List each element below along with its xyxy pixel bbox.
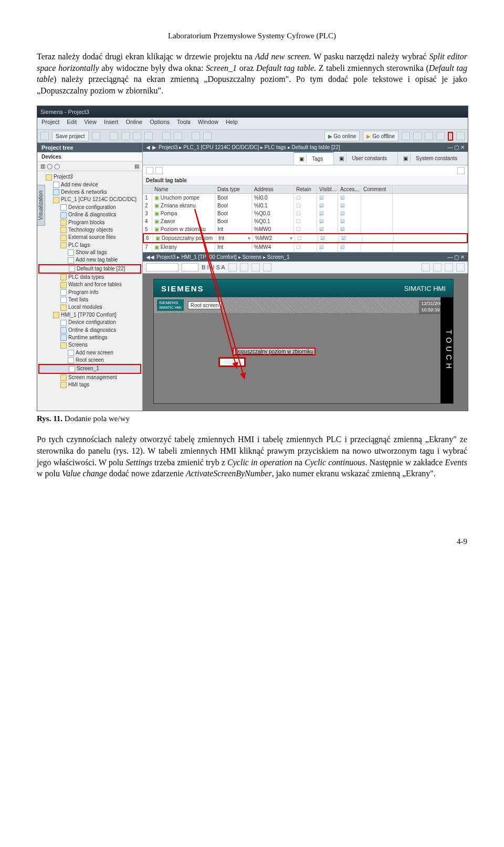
tree-node[interactable]: Technology objects [38, 226, 141, 234]
paste-icon[interactable] [133, 132, 141, 140]
menu-edit[interactable]: Edit [67, 119, 77, 128]
tag-table-toolbar[interactable] [143, 165, 468, 176]
toolbar-icon[interactable] [155, 167, 163, 174]
font-select[interactable] [146, 263, 178, 271]
screen-editor-toolbar[interactable]: B I U S A [143, 262, 468, 274]
window-controls[interactable]: — ▢ ✕ [447, 144, 465, 150]
size-select[interactable] [182, 263, 198, 271]
tree-node[interactable]: Program blocks [38, 219, 141, 226]
tree-node[interactable]: Add new tag table [38, 256, 141, 264]
root-screen-field[interactable]: Root screen [188, 301, 222, 309]
toolbar[interactable]: Save project ▶Go online ▶Go offline [37, 130, 468, 143]
tag-view-tabs[interactable]: ▣ Tags ▣ User constants ▣ System constan… [143, 152, 468, 165]
tree-node[interactable]: Program info [38, 289, 141, 296]
upload-icon[interactable] [203, 132, 212, 140]
tab-user-constants[interactable]: ▣ User constants [333, 152, 397, 165]
go-offline-button[interactable]: ▶Go offline [363, 131, 398, 141]
tree-node[interactable]: Text lists [38, 296, 141, 304]
toolbar-icon[interactable] [436, 132, 445, 140]
format-buttons[interactable]: B I U S A [202, 264, 225, 270]
tree-node[interactable]: PLC data types [38, 274, 141, 281]
align-left-icon[interactable] [228, 263, 237, 271]
cut-icon[interactable] [110, 132, 118, 140]
io-field-label[interactable]: Dopuszczalny poziom w zbiorniku [233, 348, 316, 355]
menu-options[interactable]: Options [150, 119, 170, 128]
toolbar-icon[interactable] [445, 263, 453, 271]
tree-node[interactable]: Local modules [38, 304, 141, 311]
tree-node[interactable]: Screen_1 [38, 364, 141, 373]
tree-node[interactable]: PLC tags [38, 242, 141, 249]
tree-node[interactable]: HMI tags [38, 381, 141, 389]
menu-tools[interactable]: Tools [177, 119, 191, 128]
tree-node[interactable]: Root screen [38, 357, 141, 364]
menu-insert[interactable]: Insert [104, 119, 119, 128]
menu-online[interactable]: Online [125, 119, 142, 128]
table-row[interactable]: 2▣ Zmiana ekranuBool%I0.1 [143, 202, 468, 210]
table-row[interactable]: 5▣ Poziom w zbiornikuInt%MW0 [143, 225, 468, 233]
menu-window[interactable]: Window [198, 119, 218, 128]
table-row[interactable]: 1▣ Uruchom pompeBool%I0.0 [143, 194, 468, 202]
toolbar-icon[interactable] [146, 167, 153, 174]
go-online-button[interactable]: ▶Go online [324, 131, 360, 141]
tree-node[interactable]: Devices & networks [38, 189, 141, 196]
tree-toolbar[interactable]: ▥ ◯ ◯▤ [37, 162, 142, 171]
tree-node[interactable]: Online & diagnostics [38, 211, 141, 218]
toolbar-icon[interactable] [413, 132, 422, 140]
hmi-canvas[interactable]: SIEMENS SIMATIC HMI SIEMENSSIMATIC HMI R… [143, 274, 468, 411]
tree-node[interactable]: Show all tags [38, 249, 141, 256]
print-icon[interactable] [92, 132, 100, 140]
tree-node[interactable]: PLC_1 [CPU 1214C DC/DC/DC] [38, 196, 141, 203]
table-row[interactable]: 6▣ Dopuszczalny poziomInt ▾%MW2 ▾ [143, 233, 468, 243]
toolbar-icon[interactable] [456, 263, 465, 271]
toolbar-icon[interactable] [457, 167, 465, 174]
menu-help[interactable]: Help [226, 119, 238, 128]
table-row[interactable]: 7▣ EkranyInt%MW4 [143, 243, 468, 251]
back-icon[interactable]: ◀ [146, 144, 150, 150]
tree-node[interactable]: Device configuration [38, 319, 141, 326]
tree-node[interactable]: External source files [38, 234, 141, 241]
tab-tags[interactable]: ▣ Tags [293, 152, 333, 165]
tree-node[interactable]: Project3 [38, 173, 141, 181]
back-icon[interactable]: ◀◀ [146, 254, 154, 260]
copy-icon[interactable] [121, 132, 130, 140]
tab-system-constants[interactable]: ▣ System constants [397, 152, 468, 165]
fill-icon[interactable] [263, 263, 271, 271]
toolbar-icon[interactable] [402, 132, 410, 140]
tree-node[interactable]: Device configuration [38, 204, 141, 211]
color-icon[interactable] [251, 263, 260, 271]
touch-band: TOUCH [440, 297, 453, 403]
menu-view[interactable]: View [84, 119, 97, 128]
align-center-icon[interactable] [240, 263, 248, 271]
tree-node[interactable]: Default tag table [22] [38, 264, 141, 274]
menu-project[interactable]: Project [41, 119, 59, 128]
save-project-button[interactable]: Save project [52, 131, 89, 141]
toolbar-icon[interactable] [422, 263, 430, 271]
tree-node[interactable]: Watch and force tables [38, 281, 141, 288]
fwd-icon[interactable]: ▶ [152, 144, 156, 150]
io-field[interactable]: +00000 [219, 358, 245, 366]
tree-node[interactable]: Screens [38, 341, 141, 349]
toolbar-icon[interactable] [433, 263, 442, 271]
toolbar-icon[interactable] [425, 132, 433, 140]
tree-node[interactable]: Screen management [38, 374, 141, 381]
window-controls[interactable]: — ▢ ✕ [447, 254, 465, 260]
menubar[interactable]: ProjectEditViewInsertOnlineOptionsToolsW… [37, 118, 468, 130]
tag-table-body[interactable]: 1▣ Uruchom pompeBool%I0.02▣ Zmiana ekran… [143, 194, 468, 259]
undo-icon[interactable] [162, 132, 171, 140]
table-row[interactable]: 4▣ ZaworBool%Q0.1 [143, 217, 468, 225]
project-tree[interactable]: Project3Add new deviceDevices & networks… [37, 171, 142, 411]
split-vertical-icon[interactable] [456, 132, 465, 140]
hmi-screen[interactable]: SIEMENS SIMATIC HMI SIEMENSSIMATIC HMI R… [153, 279, 454, 404]
table-row[interactable]: 3▣ PompaBool%Q0.0 [143, 210, 468, 217]
tree-node[interactable]: HMI_1 [TP700 Comfort] [38, 311, 141, 319]
download-icon[interactable] [192, 132, 200, 140]
tree-node[interactable]: Add new screen [38, 349, 141, 357]
tree-node[interactable]: Online & diagnostics [38, 327, 141, 334]
split-horizontal-button[interactable] [448, 132, 453, 141]
redo-icon[interactable] [174, 132, 182, 140]
delete-icon[interactable] [144, 132, 153, 140]
new-project-icon[interactable] [40, 132, 49, 140]
tag-table[interactable]: Default tag table NameData typeAddressRe… [143, 165, 468, 253]
tree-node[interactable]: Runtime settings [38, 334, 141, 341]
tree-node[interactable]: Add new device [38, 181, 141, 189]
